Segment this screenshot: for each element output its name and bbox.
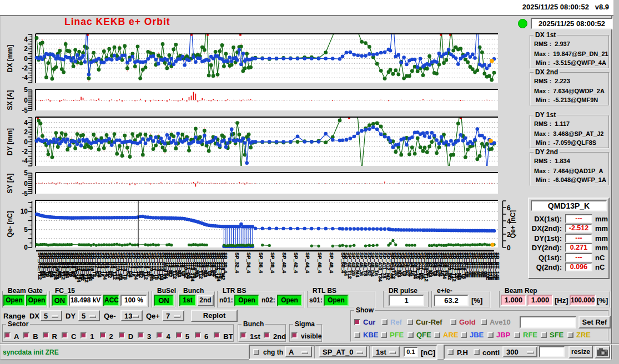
svg-text:5: 5 bbox=[24, 226, 28, 234]
svg-text:SP_40_4: SP_40_4 bbox=[281, 252, 287, 273]
svg-text:SP_BT_14E: SP_BT_14E bbox=[495, 252, 500, 280]
svg-text:DY [mm]: DY [mm] bbox=[6, 128, 14, 155]
svg-text:Qe- [nC]: Qe- [nC] bbox=[6, 211, 14, 237]
svg-text:SP_32_4: SP_32_4 bbox=[234, 252, 240, 273]
svg-text:-5: -5 bbox=[22, 107, 28, 114]
svg-text:4: 4 bbox=[24, 119, 28, 127]
svg-text:SP_50_4: SP_50_4 bbox=[340, 252, 346, 273]
svg-text:2: 2 bbox=[24, 45, 28, 53]
svg-text:10: 10 bbox=[21, 208, 28, 215]
svg-text:5: 5 bbox=[24, 86, 28, 94]
svg-text:-5: -5 bbox=[22, 190, 28, 198]
svg-text:5: 5 bbox=[24, 169, 28, 177]
svg-text:SP_44_4: SP_44_4 bbox=[305, 252, 310, 273]
svg-text:4: 4 bbox=[24, 36, 28, 43]
svg-text:SP_30_4: SP_30_4 bbox=[223, 252, 228, 273]
svg-text:-4: -4 bbox=[22, 157, 28, 165]
svg-text:-2: -2 bbox=[22, 64, 28, 72]
svg-text:SP_46_4: SP_46_4 bbox=[317, 252, 323, 273]
svg-text:SP_38_4: SP_38_4 bbox=[270, 252, 275, 273]
svg-text:0: 0 bbox=[507, 244, 511, 252]
svg-text:SP_34_4: SP_34_4 bbox=[246, 252, 251, 273]
svg-text:0: 0 bbox=[24, 244, 28, 251]
svg-text:-2: -2 bbox=[22, 148, 28, 155]
svg-text:0: 0 bbox=[24, 180, 28, 188]
svg-text:SP_48_4: SP_48_4 bbox=[329, 252, 334, 273]
svg-text:-4: -4 bbox=[22, 74, 28, 82]
svg-text:SP_42_4: SP_42_4 bbox=[293, 252, 299, 273]
svg-text:0: 0 bbox=[24, 138, 28, 146]
svg-text:0: 0 bbox=[24, 97, 28, 104]
svg-text:SP_36_4: SP_36_4 bbox=[258, 252, 264, 273]
svg-text:Qe+ [nC]: Qe+ [nC] bbox=[509, 210, 516, 238]
svg-text:0: 0 bbox=[24, 55, 28, 63]
svg-text:SY [A]: SY [A] bbox=[6, 174, 14, 194]
svg-text:2: 2 bbox=[24, 128, 28, 136]
svg-text:SX [A]: SX [A] bbox=[6, 90, 14, 110]
svg-text:DX [mm]: DX [mm] bbox=[6, 45, 14, 72]
